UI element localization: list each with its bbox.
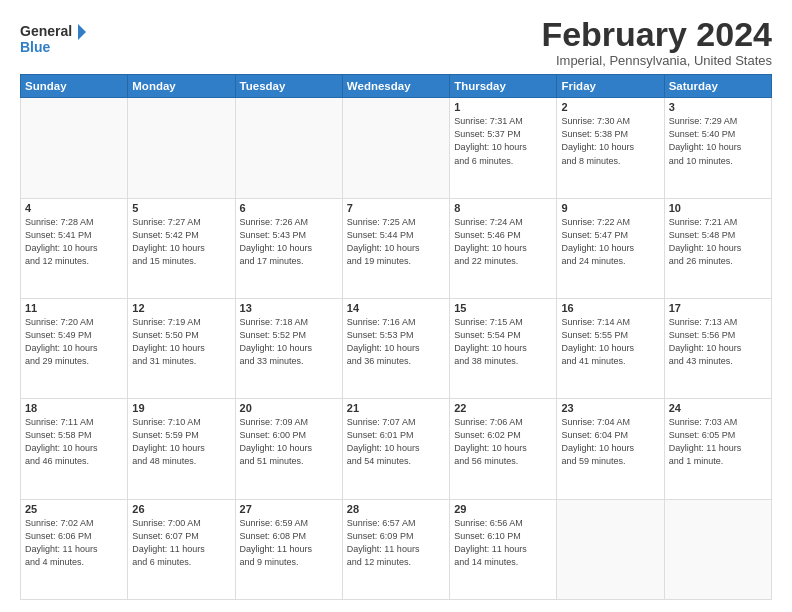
table-row: 6Sunrise: 7:26 AM Sunset: 5:43 PM Daylig… [235, 198, 342, 298]
day-info: Sunrise: 7:20 AM Sunset: 5:49 PM Dayligh… [25, 316, 123, 368]
table-row: 18Sunrise: 7:11 AM Sunset: 5:58 PM Dayli… [21, 399, 128, 499]
table-row: 25Sunrise: 7:02 AM Sunset: 6:06 PM Dayli… [21, 499, 128, 599]
table-row: 2Sunrise: 7:30 AM Sunset: 5:38 PM Daylig… [557, 98, 664, 198]
table-row: 8Sunrise: 7:24 AM Sunset: 5:46 PM Daylig… [450, 198, 557, 298]
day-info: Sunrise: 7:15 AM Sunset: 5:54 PM Dayligh… [454, 316, 552, 368]
day-info: Sunrise: 7:00 AM Sunset: 6:07 PM Dayligh… [132, 517, 230, 569]
day-number: 8 [454, 202, 552, 214]
day-number: 14 [347, 302, 445, 314]
day-info: Sunrise: 7:19 AM Sunset: 5:50 PM Dayligh… [132, 316, 230, 368]
table-row: 21Sunrise: 7:07 AM Sunset: 6:01 PM Dayli… [342, 399, 449, 499]
location: Imperial, Pennsylvania, United States [541, 53, 772, 68]
table-row: 1Sunrise: 7:31 AM Sunset: 5:37 PM Daylig… [450, 98, 557, 198]
day-number: 11 [25, 302, 123, 314]
day-info: Sunrise: 7:07 AM Sunset: 6:01 PM Dayligh… [347, 416, 445, 468]
day-number: 18 [25, 402, 123, 414]
day-number: 19 [132, 402, 230, 414]
day-info: Sunrise: 7:06 AM Sunset: 6:02 PM Dayligh… [454, 416, 552, 468]
table-row: 9Sunrise: 7:22 AM Sunset: 5:47 PM Daylig… [557, 198, 664, 298]
day-number: 13 [240, 302, 338, 314]
logo-svg: General Blue [20, 20, 90, 58]
page: General Blue February 2024 Imperial, Pen… [0, 0, 792, 612]
day-info: Sunrise: 7:26 AM Sunset: 5:43 PM Dayligh… [240, 216, 338, 268]
table-row: 13Sunrise: 7:18 AM Sunset: 5:52 PM Dayli… [235, 299, 342, 399]
calendar-week-row: 1Sunrise: 7:31 AM Sunset: 5:37 PM Daylig… [21, 98, 772, 198]
day-number: 3 [669, 101, 767, 113]
table-row: 24Sunrise: 7:03 AM Sunset: 6:05 PM Dayli… [664, 399, 771, 499]
svg-marker-2 [78, 24, 86, 40]
day-info: Sunrise: 6:59 AM Sunset: 6:08 PM Dayligh… [240, 517, 338, 569]
col-wednesday: Wednesday [342, 75, 449, 98]
col-saturday: Saturday [664, 75, 771, 98]
day-info: Sunrise: 7:22 AM Sunset: 5:47 PM Dayligh… [561, 216, 659, 268]
day-number: 6 [240, 202, 338, 214]
day-number: 17 [669, 302, 767, 314]
table-row: 16Sunrise: 7:14 AM Sunset: 5:55 PM Dayli… [557, 299, 664, 399]
table-row [664, 499, 771, 599]
table-row: 4Sunrise: 7:28 AM Sunset: 5:41 PM Daylig… [21, 198, 128, 298]
day-info: Sunrise: 7:03 AM Sunset: 6:05 PM Dayligh… [669, 416, 767, 468]
table-row: 12Sunrise: 7:19 AM Sunset: 5:50 PM Dayli… [128, 299, 235, 399]
calendar-header-row: Sunday Monday Tuesday Wednesday Thursday… [21, 75, 772, 98]
day-info: Sunrise: 6:57 AM Sunset: 6:09 PM Dayligh… [347, 517, 445, 569]
day-number: 25 [25, 503, 123, 515]
day-number: 4 [25, 202, 123, 214]
day-info: Sunrise: 7:30 AM Sunset: 5:38 PM Dayligh… [561, 115, 659, 167]
table-row: 26Sunrise: 7:00 AM Sunset: 6:07 PM Dayli… [128, 499, 235, 599]
day-number: 1 [454, 101, 552, 113]
calendar-week-row: 4Sunrise: 7:28 AM Sunset: 5:41 PM Daylig… [21, 198, 772, 298]
day-info: Sunrise: 7:09 AM Sunset: 6:00 PM Dayligh… [240, 416, 338, 468]
col-sunday: Sunday [21, 75, 128, 98]
day-number: 2 [561, 101, 659, 113]
day-number: 24 [669, 402, 767, 414]
table-row: 27Sunrise: 6:59 AM Sunset: 6:08 PM Dayli… [235, 499, 342, 599]
table-row: 7Sunrise: 7:25 AM Sunset: 5:44 PM Daylig… [342, 198, 449, 298]
logo: General Blue [20, 20, 90, 58]
day-info: Sunrise: 7:21 AM Sunset: 5:48 PM Dayligh… [669, 216, 767, 268]
table-row: 15Sunrise: 7:15 AM Sunset: 5:54 PM Dayli… [450, 299, 557, 399]
header: General Blue February 2024 Imperial, Pen… [20, 16, 772, 68]
svg-text:Blue: Blue [20, 39, 51, 55]
table-row: 5Sunrise: 7:27 AM Sunset: 5:42 PM Daylig… [128, 198, 235, 298]
table-row [342, 98, 449, 198]
table-row: 14Sunrise: 7:16 AM Sunset: 5:53 PM Dayli… [342, 299, 449, 399]
table-row [128, 98, 235, 198]
day-info: Sunrise: 7:02 AM Sunset: 6:06 PM Dayligh… [25, 517, 123, 569]
table-row: 17Sunrise: 7:13 AM Sunset: 5:56 PM Dayli… [664, 299, 771, 399]
day-info: Sunrise: 7:16 AM Sunset: 5:53 PM Dayligh… [347, 316, 445, 368]
day-number: 28 [347, 503, 445, 515]
day-number: 21 [347, 402, 445, 414]
table-row: 10Sunrise: 7:21 AM Sunset: 5:48 PM Dayli… [664, 198, 771, 298]
day-info: Sunrise: 7:11 AM Sunset: 5:58 PM Dayligh… [25, 416, 123, 468]
table-row: 11Sunrise: 7:20 AM Sunset: 5:49 PM Dayli… [21, 299, 128, 399]
day-info: Sunrise: 7:27 AM Sunset: 5:42 PM Dayligh… [132, 216, 230, 268]
day-number: 12 [132, 302, 230, 314]
day-info: Sunrise: 7:29 AM Sunset: 5:40 PM Dayligh… [669, 115, 767, 167]
calendar-table: Sunday Monday Tuesday Wednesday Thursday… [20, 74, 772, 600]
month-title: February 2024 [541, 16, 772, 53]
day-number: 20 [240, 402, 338, 414]
day-info: Sunrise: 7:10 AM Sunset: 5:59 PM Dayligh… [132, 416, 230, 468]
day-info: Sunrise: 7:04 AM Sunset: 6:04 PM Dayligh… [561, 416, 659, 468]
day-number: 16 [561, 302, 659, 314]
day-number: 26 [132, 503, 230, 515]
day-info: Sunrise: 7:13 AM Sunset: 5:56 PM Dayligh… [669, 316, 767, 368]
calendar-week-row: 25Sunrise: 7:02 AM Sunset: 6:06 PM Dayli… [21, 499, 772, 599]
title-block: February 2024 Imperial, Pennsylvania, Un… [541, 16, 772, 68]
day-number: 5 [132, 202, 230, 214]
table-row: 3Sunrise: 7:29 AM Sunset: 5:40 PM Daylig… [664, 98, 771, 198]
day-number: 15 [454, 302, 552, 314]
col-friday: Friday [557, 75, 664, 98]
table-row [21, 98, 128, 198]
table-row [557, 499, 664, 599]
svg-text:General: General [20, 23, 72, 39]
table-row: 29Sunrise: 6:56 AM Sunset: 6:10 PM Dayli… [450, 499, 557, 599]
day-number: 10 [669, 202, 767, 214]
day-info: Sunrise: 7:25 AM Sunset: 5:44 PM Dayligh… [347, 216, 445, 268]
day-info: Sunrise: 6:56 AM Sunset: 6:10 PM Dayligh… [454, 517, 552, 569]
col-monday: Monday [128, 75, 235, 98]
calendar-week-row: 11Sunrise: 7:20 AM Sunset: 5:49 PM Dayli… [21, 299, 772, 399]
day-info: Sunrise: 7:28 AM Sunset: 5:41 PM Dayligh… [25, 216, 123, 268]
day-info: Sunrise: 7:18 AM Sunset: 5:52 PM Dayligh… [240, 316, 338, 368]
day-number: 7 [347, 202, 445, 214]
